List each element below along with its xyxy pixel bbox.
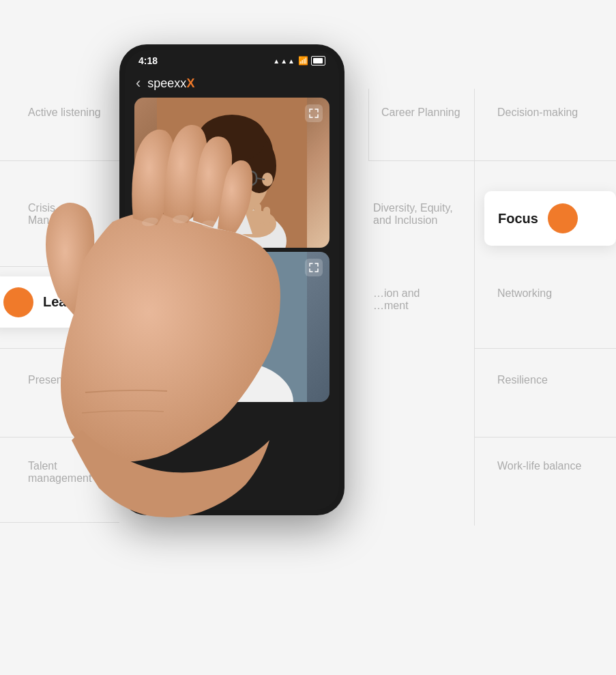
- focus-card: Focus: [484, 191, 616, 246]
- skill-work-life-balance: Work-life balance: [497, 460, 581, 472]
- divider-h-7: [474, 437, 616, 437]
- skill-resilience: Resilience: [497, 374, 548, 386]
- phone-mockup: 4:18 ▲▲▲ 📶 ‹ speexxX: [119, 44, 344, 515]
- hand-overlay: [44, 58, 385, 536]
- leadership-toggle[interactable]: [3, 287, 33, 317]
- focus-toggle[interactable]: [548, 203, 578, 233]
- divider-h-5: [474, 348, 616, 349]
- hand-svg: [44, 58, 385, 536]
- focus-label: Focus: [498, 211, 538, 227]
- divider-v-1: [474, 89, 475, 526]
- page-container: Active listening Crisis Management Prese…: [0, 0, 616, 675]
- skill-career-planning: Career Planning: [381, 106, 460, 119]
- divider-h-2: [368, 160, 616, 161]
- skill-networking: Networking: [497, 287, 552, 300]
- skill-decision-making: Decision-making: [497, 106, 578, 119]
